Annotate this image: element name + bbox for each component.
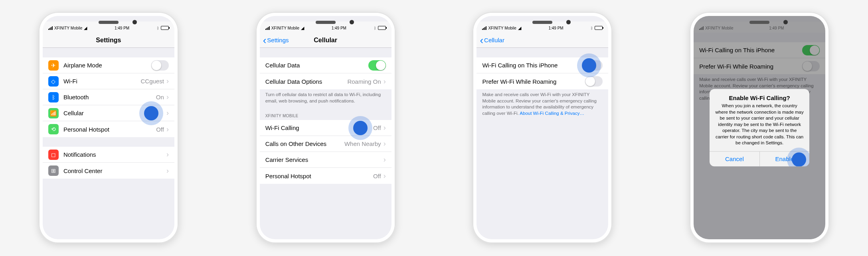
row-wifi-calling[interactable]: Wi-Fi Calling Off › (260, 120, 391, 136)
screen-alert: XFINITY Mobile 1:49 PM Wi-Fi Calling on … (694, 16, 825, 239)
time-label: 1:49 PM (548, 26, 563, 30)
row-personal-hotspot[interactable]: ⟲ Personal Hotspot Off › (43, 121, 174, 137)
carrier-label: XFINITY Mobile (54, 26, 82, 30)
control-center-icon: ⊞ (48, 165, 59, 176)
row-label: Notifications (63, 151, 166, 158)
row-wifi[interactable]: ◇ Wi-Fi CCguest › (43, 73, 174, 89)
back-button[interactable]: Cellular (480, 37, 504, 43)
row-label: Prefer Wi-Fi While Roaming (482, 78, 585, 85)
status-bar: XFINITY Mobile ◢ 1:49 PM ᛒ (477, 22, 608, 33)
nav-bar: Cellular (477, 33, 608, 48)
row-wifi-calling-iphone[interactable]: Wi-Fi Calling on This iPhone (477, 57, 608, 73)
back-button[interactable]: Settings (263, 37, 289, 43)
row-label: Wi-Fi Calling (265, 124, 373, 131)
row-detail: When Nearby (344, 140, 381, 147)
row-label: Cellular Data Options (265, 78, 348, 85)
screen-settings: XFINITY Mobile ◢ 1:49 PM ᛒ Settings ✈ Ai… (43, 16, 174, 239)
row-label: Cellular Data (265, 62, 368, 69)
alert-dialog: Enable Wi-Fi Calling? When you join a ne… (710, 89, 809, 166)
nav-bar: Settings Cellular (260, 33, 391, 48)
row-cellular-data[interactable]: Cellular Data (260, 57, 391, 73)
row-bluetooth[interactable]: ᛒ Bluetooth On › (43, 89, 174, 105)
wifi-icon: ◢ (301, 26, 304, 31)
row-label: Personal Hotspot (265, 173, 373, 179)
row-label: Carrier Services (265, 156, 384, 163)
row-detail: Off (156, 126, 164, 133)
chevron-icon: › (166, 125, 169, 134)
alert-body: When you join a network, the country whe… (710, 103, 809, 151)
row-detail: CCguest (141, 78, 164, 85)
phone-frame: XFINITY Mobile ◢ 1:49 PM ᛒ Cellular Wi-F… (473, 12, 612, 243)
tap-indicator (792, 152, 806, 166)
row-label: Control Center (63, 167, 166, 174)
status-bar: XFINITY Mobile ◢ 1:49 PM ᛒ (43, 22, 174, 33)
section-footer: Turn off cellular data to restrict all d… (260, 89, 391, 108)
airplane-toggle[interactable] (151, 60, 169, 71)
hotspot-icon: ⟲ (48, 124, 59, 134)
chevron-icon: › (166, 109, 169, 117)
battery-icon (595, 26, 603, 30)
chevron-icon: › (166, 77, 169, 85)
page-title: Cellular (314, 37, 337, 44)
row-label: Cellular (63, 110, 166, 116)
row-calls-other-devices[interactable]: Calls on Other Devices When Nearby › (260, 136, 391, 152)
status-bar: XFINITY Mobile ◢ 1:49 PM ᛒ (260, 22, 391, 33)
row-personal-hotspot[interactable]: Personal Hotspot Off › (260, 168, 391, 184)
row-notifications[interactable]: ◻ Notifications › (43, 147, 174, 163)
notifications-icon: ◻ (48, 150, 59, 160)
screen-wifi-calling: XFINITY Mobile ◢ 1:49 PM ᛒ Cellular Wi-F… (477, 16, 608, 239)
screen-cellular: XFINITY Mobile ◢ 1:49 PM ᛒ Settings Cell… (260, 16, 391, 239)
row-detail: Roaming On (347, 78, 381, 85)
prefer-wifi-toggle[interactable] (585, 76, 603, 87)
row-control-center[interactable]: ⊞ Control Center › (43, 163, 174, 179)
phone-frame: XFINITY Mobile ◢ 1:49 PM ᛒ Settings ✈ Ai… (39, 12, 178, 243)
row-detail: Off (373, 173, 381, 179)
row-cellular-data-options[interactable]: Cellular Data Options Roaming On › (260, 73, 391, 89)
row-detail: On (156, 94, 164, 100)
row-carrier-services[interactable]: Carrier Services › (260, 152, 391, 168)
privacy-link[interactable]: About Wi-Fi Calling & Privacy… (520, 111, 584, 116)
chevron-icon: › (384, 172, 386, 180)
enable-button[interactable]: Enable (760, 152, 810, 166)
battery-icon (378, 26, 386, 30)
cellular-data-toggle[interactable] (368, 60, 386, 71)
bluetooth-icon: ᛒ (157, 26, 159, 30)
phone-frame: XFINITY Mobile ◢ 1:49 PM ᛒ Settings Cell… (256, 12, 395, 243)
row-label: Airplane Mode (63, 62, 151, 69)
wifi-calling-toggle[interactable] (585, 60, 603, 71)
signal-icon (48, 26, 53, 30)
wifi-icon: ◢ (518, 26, 521, 31)
row-label: Personal Hotspot (63, 126, 156, 133)
wifi-icon: ◢ (84, 26, 87, 31)
row-label: Wi-Fi Calling on This iPhone (482, 62, 585, 69)
section-footer: Make and receive calls over Wi-Fi with y… (477, 89, 608, 120)
chevron-icon: › (384, 77, 386, 86)
chevron-icon: › (384, 140, 386, 148)
row-detail: Off (373, 124, 381, 131)
carrier-label: XFINITY Mobile (271, 26, 299, 30)
nav-bar: Settings (43, 33, 174, 48)
carrier-label: XFINITY Mobile (488, 26, 516, 30)
bluetooth-icon: ᛒ (591, 26, 593, 30)
chevron-icon: › (384, 156, 386, 164)
bluetooth-icon: ᛒ (374, 26, 376, 30)
battery-icon (161, 26, 169, 30)
row-label: Calls on Other Devices (265, 140, 344, 147)
chevron-icon: › (166, 150, 169, 159)
section-header: XFINITY MOBILE (260, 108, 391, 120)
page-title: Settings (96, 37, 121, 44)
alert-title: Enable Wi-Fi Calling? (710, 89, 809, 103)
row-cellular[interactable]: 📶 Cellular › (43, 105, 174, 121)
bluetooth-settings-icon: ᛒ (48, 92, 59, 102)
chevron-icon: › (384, 124, 386, 132)
phone-frame: XFINITY Mobile 1:49 PM Wi-Fi Calling on … (690, 12, 829, 243)
row-label: Wi-Fi (63, 78, 141, 85)
cancel-button[interactable]: Cancel (710, 152, 760, 166)
row-prefer-wifi-roaming[interactable]: Prefer Wi-Fi While Roaming (477, 73, 608, 89)
wifi-settings-icon: ◇ (48, 76, 59, 87)
time-label: 1:49 PM (332, 26, 346, 30)
airplane-icon: ✈ (48, 60, 59, 71)
signal-icon (482, 26, 486, 30)
row-label: Bluetooth (63, 94, 156, 100)
row-airplane-mode[interactable]: ✈ Airplane Mode (43, 57, 174, 73)
